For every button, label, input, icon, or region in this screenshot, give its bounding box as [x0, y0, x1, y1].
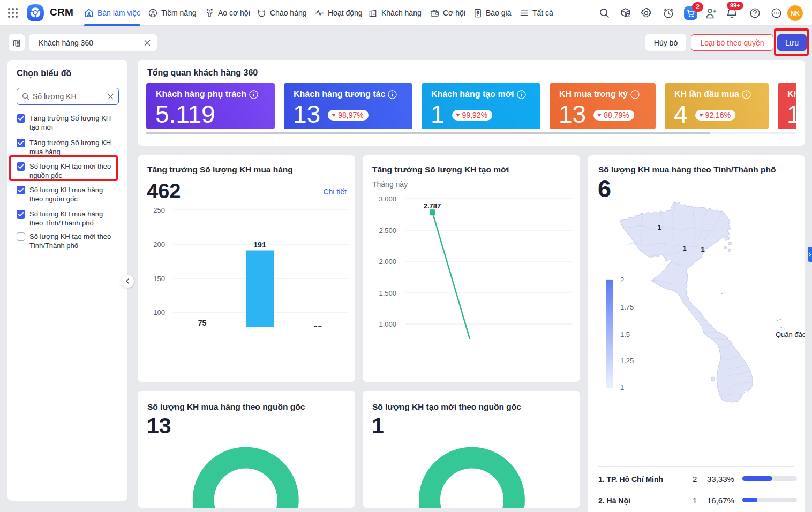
svg-text:1.500: 1.500 [379, 289, 396, 297]
svg-text:200: 200 [153, 240, 165, 249]
svg-text:150: 150 [153, 275, 165, 283]
svg-text:1: 1 [682, 244, 686, 252]
svg-text:2.500: 2.500 [379, 227, 396, 235]
svg-text:2.000: 2.000 [379, 258, 396, 266]
svg-text:1: 1 [657, 223, 661, 231]
svg-text:97: 97 [313, 324, 322, 327]
svg-text:3.000: 3.000 [379, 195, 396, 203]
svg-text:1: 1 [701, 245, 704, 253]
svg-text:1.000: 1.000 [379, 320, 396, 328]
svg-text:2.787: 2.787 [424, 202, 441, 210]
svg-text:100: 100 [153, 308, 165, 317]
svg-text:75: 75 [198, 319, 207, 327]
svg-text:191: 191 [253, 240, 266, 249]
svg-text:250: 250 [153, 206, 165, 214]
